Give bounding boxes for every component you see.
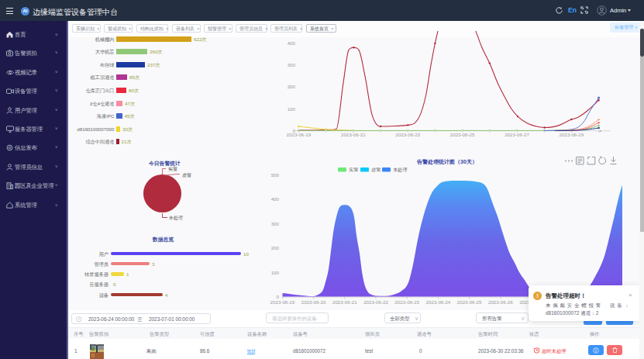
- svg-text:2023-06-23: 2023-06-23: [394, 299, 419, 305]
- svg-text:2023-06-21: 2023-06-21: [332, 299, 357, 305]
- svg-text:500: 500: [271, 172, 280, 178]
- svg-text:400: 400: [288, 40, 296, 46]
- svg-text:2023-06-19: 2023-06-19: [270, 299, 295, 305]
- svg-text:2023-06-26: 2023-06-26: [488, 299, 513, 305]
- svg-text:虚警: 虚警: [371, 167, 381, 173]
- svg-text:2023-06-25: 2023-06-25: [450, 132, 475, 137]
- svg-text:2023-06-29: 2023-06-29: [560, 132, 584, 137]
- svg-text:200: 200: [271, 245, 280, 250]
- svg-text:2023-06-25: 2023-06-25: [457, 299, 482, 305]
- svg-text:400: 400: [271, 196, 280, 202]
- svg-text:实警: 实警: [349, 167, 358, 173]
- svg-text:2023-06-22: 2023-06-22: [363, 299, 388, 305]
- svg-text:100: 100: [288, 106, 296, 112]
- svg-text:200: 200: [288, 84, 296, 89]
- svg-text:未处理: 未处理: [393, 167, 408, 173]
- svg-text:2023-06-27: 2023-06-27: [505, 132, 529, 137]
- svg-text:100: 100: [271, 270, 280, 275]
- svg-text:2023-06-23: 2023-06-23: [395, 132, 420, 137]
- svg-text:2023-06-19: 2023-06-19: [287, 132, 312, 137]
- svg-text:2023-06-20: 2023-06-20: [301, 299, 326, 305]
- svg-text:300: 300: [288, 62, 296, 67]
- svg-text:2023-06-21: 2023-06-21: [341, 132, 366, 137]
- svg-text:0: 0: [277, 294, 280, 299]
- svg-text:300: 300: [271, 221, 280, 226]
- svg-text:2023-06-24: 2023-06-24: [426, 299, 451, 305]
- svg-text:告警处理统计图（30天）: 告警处理统计图（30天）: [416, 158, 477, 165]
